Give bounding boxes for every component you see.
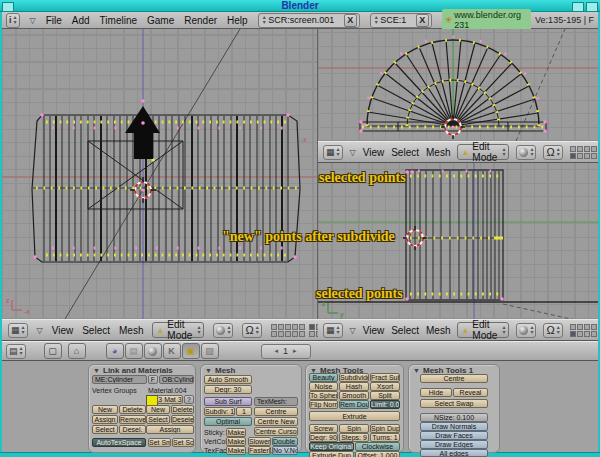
screen-close-button[interactable]: X xyxy=(344,14,357,27)
vgroup-remove-button[interactable]: Remove xyxy=(119,415,146,424)
auto-smooth-toggle[interactable]: Auto Smooth xyxy=(204,375,252,384)
all-edges-toggle[interactable]: All edges xyxy=(420,449,488,457)
scene-close-button[interactable]: X xyxy=(416,14,429,27)
limit-spinner[interactable]: Limit: 0.001 xyxy=(370,400,400,409)
hash-button[interactable]: Hash xyxy=(339,382,369,391)
material-index-spinner[interactable]: 3 Mat 3 xyxy=(157,395,183,404)
keep-original-toggle[interactable]: Keep Original xyxy=(309,442,354,451)
no-vnormal-toggle[interactable]: No V.Normal xyxy=(272,446,298,455)
menu-file[interactable]: File xyxy=(46,15,62,26)
screw-button[interactable]: Screw xyxy=(309,424,338,433)
sticky-make-button[interactable]: Make xyxy=(226,428,246,437)
menu-view[interactable]: View xyxy=(52,325,74,336)
steps-spinner[interactable]: Steps: 9 xyxy=(339,433,369,442)
slower-draw-button[interactable]: SlowerDr xyxy=(248,437,271,446)
layer-buttons[interactable] xyxy=(271,324,318,337)
vertcol-make-button[interactable]: Make xyxy=(226,437,246,446)
xsort-button[interactable]: Xsort xyxy=(370,382,400,391)
spin-dup-button[interactable]: Spin Dup xyxy=(370,424,400,433)
flip-normals-button[interactable]: Flip Norm xyxy=(309,400,338,409)
texface-make-button[interactable]: Make xyxy=(226,446,246,455)
material-select-button[interactable]: Select xyxy=(146,415,170,424)
subdiv-spinner[interactable]: Subdiv: 1 xyxy=(204,407,235,416)
autotexspace-button[interactable]: AutoTexSpace xyxy=(92,438,146,447)
collapse-menu-icon[interactable]: ▽ xyxy=(37,326,43,335)
extrude-button[interactable]: Extrude xyxy=(309,411,400,421)
editor-type-selector[interactable]: ▤▴▾ xyxy=(6,344,26,359)
layer-buttons[interactable] xyxy=(570,146,598,159)
panel-collapse-icon[interactable]: ▼ xyxy=(413,367,420,374)
split-button[interactable]: Split xyxy=(370,391,400,400)
shading-context-button[interactable] xyxy=(144,343,162,359)
vgroup-deselect-button[interactable]: Desel. xyxy=(119,425,146,434)
to-sphere-button[interactable]: To Sphere xyxy=(309,391,338,400)
reveal-button[interactable]: Reveal xyxy=(453,388,488,397)
turns-spinner[interactable]: Turns: 1 xyxy=(370,433,400,442)
object-name-field[interactable]: OB:Cylinder xyxy=(159,375,194,384)
degr-spinner[interactable]: Degr: 30 xyxy=(204,385,252,394)
texmesh-field[interactable]: TexMesh: xyxy=(254,397,298,406)
centre-cursor-button[interactable]: Centre Cursor xyxy=(254,427,298,436)
frame-prev-icon[interactable]: ◂ xyxy=(275,347,279,355)
menu-render[interactable]: Render xyxy=(184,15,217,26)
subsurf-toggle[interactable]: Sub Surf xyxy=(204,397,252,406)
offset-spinner[interactable]: Offset: 1.000 xyxy=(355,451,400,457)
window-type-selector[interactable]: i▴▾ xyxy=(6,13,20,28)
collapse-menu-icon[interactable]: ▽ xyxy=(30,16,36,25)
clockwise-toggle[interactable]: Clockwise xyxy=(355,442,400,451)
menu-view[interactable]: View xyxy=(363,147,385,158)
scene-context-button[interactable]: ▨ xyxy=(201,343,219,359)
rem-doubles-button[interactable]: Rem Doub xyxy=(339,400,369,409)
menu-view[interactable]: View xyxy=(363,325,385,336)
material-help-button[interactable]: ? xyxy=(184,395,194,404)
editor-type-selector[interactable]: ▦▴▾ xyxy=(8,323,28,338)
menu-select[interactable]: Select xyxy=(391,147,419,158)
subdivide-button[interactable]: Subdivide xyxy=(339,373,369,382)
centre-button[interactable]: Centre xyxy=(420,374,488,383)
material-assign-button[interactable]: Assign xyxy=(146,425,194,434)
degr90-spinner[interactable]: Degr: 90 xyxy=(309,433,338,442)
centre-button[interactable]: Centre xyxy=(254,407,298,416)
screen-selector[interactable]: ▴▾ SCR:screen.001 X xyxy=(258,13,360,28)
draw-normals-toggle[interactable]: Draw Normals xyxy=(420,422,488,431)
vgroup-new-button[interactable]: New xyxy=(92,405,118,414)
viewport-front[interactable]: z -x -x xyxy=(2,29,318,319)
mesh-datablock-field[interactable]: ME:Cylinder xyxy=(92,375,147,384)
menu-help[interactable]: Help xyxy=(227,15,248,26)
menu-mesh[interactable]: Mesh xyxy=(119,325,143,336)
blender-org-link[interactable]: ✳www.blender.org 231 xyxy=(442,9,531,31)
material-new-button[interactable]: New xyxy=(146,405,170,414)
fract-subd-button[interactable]: Fract Sub xyxy=(370,373,400,382)
vgroup-delete-button[interactable]: Delete xyxy=(119,405,146,414)
optimal-toggle[interactable]: Optimal xyxy=(204,417,252,426)
menu-mesh[interactable]: Mesh xyxy=(426,325,450,336)
collapse-menu-icon[interactable]: ▽ xyxy=(350,148,356,157)
draw-type-selector[interactable]: ▴▾ xyxy=(516,145,536,160)
mode-dropdown[interactable]: ▲Edit Mode▴▾ xyxy=(152,322,204,338)
material-deselect-button[interactable]: Deselect xyxy=(171,415,194,424)
set-solid-button[interactable]: Set Solid xyxy=(172,438,194,447)
smooth-button[interactable]: Smooth xyxy=(339,391,369,400)
faster-draw-button[interactable]: FasterDr xyxy=(248,446,271,455)
editing-context-button[interactable]: ▣ xyxy=(182,343,200,359)
menu-mesh[interactable]: Mesh xyxy=(426,147,450,158)
beauty-toggle[interactable]: Beauty xyxy=(309,373,338,382)
menu-select[interactable]: Select xyxy=(82,325,110,336)
draw-type-selector[interactable]: ▴▾ xyxy=(213,323,233,338)
extrude-dup-button[interactable]: Extrude Dup xyxy=(309,451,354,457)
menu-timeline[interactable]: Timeline xyxy=(100,15,137,26)
material-delete-button[interactable]: Delete xyxy=(171,405,194,414)
pivot-selector[interactable]: Ω▴▾ xyxy=(543,145,562,160)
object-context-button[interactable]: K xyxy=(163,343,181,359)
hide-button[interactable]: Hide xyxy=(420,388,452,397)
menu-add[interactable]: Add xyxy=(72,15,90,26)
editor-type-selector[interactable]: ▦▴▾ xyxy=(323,145,343,160)
vgroup-select-button[interactable]: Select xyxy=(92,425,118,434)
frame-counter[interactable]: ◂ 1 ▸ xyxy=(261,344,311,359)
editor-type-selector[interactable]: ▦▴▾ xyxy=(323,323,343,338)
panel-collapse-icon[interactable]: ▼ xyxy=(205,367,212,374)
nsize-spinner[interactable]: NSize: 0.100 xyxy=(420,413,488,422)
centre-new-button[interactable]: Centre New xyxy=(254,417,298,426)
viewport-top[interactable] xyxy=(318,29,598,141)
home-button[interactable]: ⌂ xyxy=(68,343,86,359)
